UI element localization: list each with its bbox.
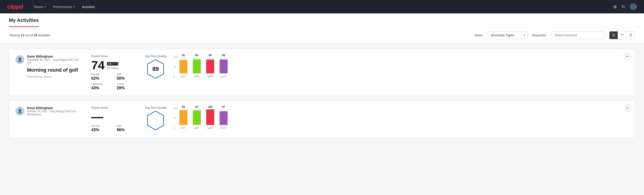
activity-title-0: Morning round of golf [16,67,82,73]
view-toggle-group: ☰ ⁇ ☰ [609,31,635,39]
bar-value-arg: 89 [209,54,212,57]
activity-type-selector[interactable]: All Activity Types ▾ [488,32,528,39]
one-putt-item-0: 1 Putt 28% [117,82,136,90]
viewing-count-text: Viewing 12 out of 29 Activities [9,34,50,37]
updown-item-0: Up/Down 43% [91,82,110,90]
show-label: Show: [474,34,483,37]
bar-value-arg: 106 [208,105,212,108]
bar-label-ott: OTT [181,75,186,78]
bar-group-ott: 94 OTT [180,105,188,130]
page-header: My Activities [0,14,644,27]
bar-outer-ott [180,109,188,125]
grid-icon: ⁇ [620,33,624,37]
search-input[interactable] [551,32,605,39]
svg-marker-1 [148,111,164,130]
bar-outer-putt [220,109,228,125]
avg-shot-quality-label-0: Avg Shot Quality [145,54,166,58]
navbar: clippd Teams ▾ Performance ▾ Activities … [0,0,644,14]
bar-chart-0: 85 OTT 90 APP 89 ARG [180,56,228,78]
avatar-person-icon: 👤 [18,109,22,114]
bar-label-putt: PUTT [220,127,227,130]
bar-inner-arg [206,109,214,125]
hexagon-1 [146,111,164,130]
hexagon-0: 89 [146,59,164,79]
round-score-label-0: Round Score [91,54,136,58]
data-source-0: Data Source: Arccos [16,75,82,78]
user-avatar[interactable]: 👤 ▾ [630,3,637,10]
bar-inner-putt [220,60,228,74]
bar-group-arg: 89 ARG [206,54,214,78]
card-left-1: 👤 Dave Billingham October 16, 2021 · Gog… [16,106,82,119]
bar-inner-app [193,59,201,74]
fw-hit-item-1: FW Hit 43% [91,124,110,132]
avg-shot-quality-label-1: Avg Shot Quality [145,106,166,109]
compact-icon: ☰ [629,33,632,37]
count-number: 12 [21,34,24,37]
nav-right-actions: ⊕ ↻ 👤 ▾ [613,3,637,10]
stats-section-0: Round Score 74 +4 18 Holes FW Hit 62% GI… [91,54,136,90]
quality-section-0: Avg Shot Quality 89 100500 [145,54,628,79]
score-badge-0: +4 [107,62,118,66]
hexagon-score-0: 89 [152,66,159,72]
activity-card-1: 👤 Dave Billingham October 16, 2021 · Gog… [9,100,635,138]
user-name-0: Dave Billingham [27,54,82,58]
nav-activities[interactable]: Activities [82,4,95,10]
round-score-label-1: Round Score [91,106,136,109]
activity-card-0: 👤 Dave Billingham December 05, 2021 · Go… [9,49,635,96]
nav-performance[interactable]: Performance ▾ [53,4,75,10]
toolbar: Viewing 12 out of 29 Activities Show: Al… [0,27,644,44]
round-score-row-1: — [91,111,136,123]
score-big-1: — [91,111,103,123]
bar-label-arg: ARG [208,127,213,130]
bar-inner-app [193,110,201,125]
user-date-1: October 16, 2021 · Gog Magog Golf Club -… [27,110,82,116]
bar-group-putt: 87 PUTT [220,105,228,130]
bar-group-app: 93 APP [193,105,201,130]
view-grid-button[interactable]: ⁇ [618,32,626,39]
bar-label-putt: PUTT [220,75,227,78]
bar-group-arg: 106 ARG [206,105,214,130]
user-info-0: Dave Billingham December 05, 2021 · Gog … [27,54,82,64]
bar-value-app: 93 [195,105,198,108]
refresh-icon[interactable]: ↻ [622,4,625,9]
bar-inner-arg [206,60,214,74]
bar-label-app: APP [194,127,199,130]
edit-button-0[interactable]: ✏ [624,53,631,60]
user-date-0: December 05, 2021 · Gog Magog Golf Club … [27,58,82,64]
card-left-0: 👤 Dave Billingham December 05, 2021 · Go… [16,54,82,78]
chart-y-labels-0: 100500 [174,56,178,78]
bar-inner-putt [220,111,228,125]
bar-value-putt: 87 [222,105,225,108]
edit-button-1[interactable]: ✏ [624,104,631,112]
bar-inner-ott [180,60,188,74]
performance-chevron-icon: ▾ [74,5,75,8]
avatar-1: 👤 [16,107,24,116]
bar-value-app: 90 [195,54,198,57]
bar-chart-area-1: 100500 94 OTT 93 APP [174,107,628,130]
user-row-1: 👤 Dave Billingham October 16, 2021 · Gog… [16,106,82,116]
bar-group-putt: 89 PUTT [220,54,228,78]
teams-chevron-icon: ▾ [45,5,46,8]
stats-section-1: Round Score — FW Hit 43% GIR 56% [91,106,136,132]
keywords-label: Keywords: [532,34,547,37]
score-badge-col-0: +4 18 Holes [107,62,118,71]
activity-type-select[interactable]: All Activity Types [488,32,528,39]
avatar-icon: 👤 [630,5,634,8]
bar-chart-wrapper-0: 100500 85 OTT 90 APP [174,56,628,78]
bar-value-putt: 89 [222,54,225,57]
bar-inner-ott [180,110,188,125]
activities-list: 👤 Dave Billingham December 05, 2021 · Go… [0,44,644,148]
add-icon[interactable]: ⊕ [613,4,617,9]
hexagon-svg-1 [146,111,164,130]
fw-hit-item-0: FW Hit 62% [91,73,110,81]
user-row-0: 👤 Dave Billingham December 05, 2021 · Go… [16,54,82,64]
view-list-button[interactable]: ☰ [610,32,618,39]
nav-teams[interactable]: Teams ▾ [34,4,46,10]
list-icon: ☰ [612,33,615,37]
view-compact-button[interactable]: ☰ [626,32,635,39]
bar-group-ott: 85 OTT [180,54,188,78]
bar-label-ott: OTT [181,127,186,130]
bar-chart-1: 94 OTT 93 APP 106 ARG [180,107,228,130]
bar-label-app: APP [194,75,199,78]
fw-gir-grid-0: FW Hit 62% GIR 50% Up/Down 43% 1 Putt [91,73,136,90]
